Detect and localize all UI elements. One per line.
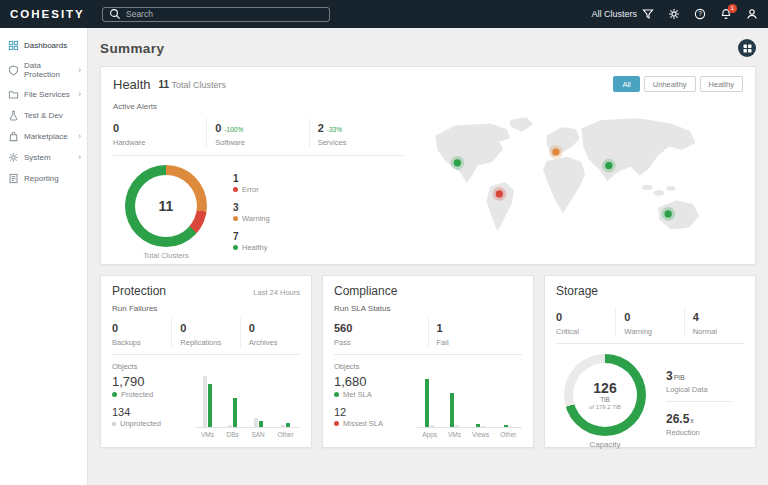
map-marker-australia[interactable] <box>661 207 675 221</box>
stat-fail: 1 Fail <box>437 318 523 347</box>
bar-group-vms: VMs <box>448 376 461 438</box>
health-filter-group: All Unhealthy Healthy <box>613 76 743 92</box>
capacity-gauge: 126 TiB of 179.2 TiB Capacity <box>564 354 646 449</box>
storage-title: Storage <box>556 284 598 298</box>
legend-healthy: 7 Healthy <box>233 231 270 252</box>
cluster-selector[interactable]: All Clusters <box>591 8 654 21</box>
capacity-unit: TiB <box>600 396 610 403</box>
unprotected-count: 134 <box>112 406 195 418</box>
sidebar-item-reporting[interactable]: Reporting <box>0 168 87 189</box>
protection-objects-summary: 1,790 Protected 134 Unprotected <box>112 374 195 438</box>
protection-bar-chart: VMs DBs SAN <box>195 374 300 438</box>
search-box[interactable] <box>102 7 330 22</box>
sidebar-item-dashboards[interactable]: Dashboards <box>0 35 87 56</box>
cohesity-logo: COHESITY <box>10 8 92 20</box>
filter-healthy-button[interactable]: Healthy <box>700 76 743 92</box>
map-marker-south-america[interactable] <box>492 187 506 201</box>
capacity-value: 126 <box>593 381 616 395</box>
chart-axis <box>195 427 300 428</box>
filter-unhealthy-button[interactable]: Unhealthy <box>644 76 696 92</box>
sidebar-item-label: File Services <box>24 90 70 99</box>
divider <box>666 401 732 402</box>
stat-replications: 0 Replications <box>180 318 240 347</box>
search-input[interactable] <box>126 9 323 19</box>
sidebar-item-label: Dashboards <box>24 41 67 50</box>
stat-warning: 0 Warning <box>624 307 684 336</box>
health-title: Health <box>113 77 151 92</box>
map-marker-asia[interactable] <box>602 159 616 173</box>
sidebar-item-system[interactable]: System › <box>0 147 87 168</box>
shield-icon <box>8 65 19 76</box>
map-marker-europe[interactable] <box>549 145 563 159</box>
protection-period: Last 24 Hours <box>253 288 300 297</box>
bar-group-vms: VMs <box>201 376 214 438</box>
compliance-title: Compliance <box>334 284 397 298</box>
unprotected-dot-icon <box>112 422 116 426</box>
shopping-bag-icon <box>8 131 19 142</box>
bar-group-views: Views <box>472 376 489 438</box>
active-alerts-label: Active Alerts <box>113 102 403 111</box>
chevron-right-icon: › <box>78 66 81 75</box>
sidebar-item-marketplace[interactable]: Marketplace › <box>0 126 87 147</box>
stat-normal: 4 Normal <box>693 307 744 336</box>
topbar: COHESITY All Clusters ? 1 <box>0 0 768 28</box>
protection-card: Protection Last 24 Hours Run Failures 0 … <box>100 275 312 448</box>
search-icon <box>109 8 121 21</box>
settings-gear-icon[interactable] <box>667 8 680 21</box>
sla-stats: 560 Pass 1 Fail <box>334 318 522 355</box>
dashboard-apps-button[interactable] <box>738 39 756 57</box>
sidebar-item-label: System <box>24 153 51 162</box>
flask-icon <box>8 110 19 121</box>
error-dot-icon <box>233 187 238 192</box>
gear-icon <box>8 152 19 163</box>
sidebar-item-label: Test & Dev <box>24 111 63 120</box>
active-alerts-stats: 0 Hardware 0-100% Software 2-33% Service… <box>113 118 403 156</box>
cluster-selector-label: All Clusters <box>591 9 637 19</box>
page-title: Summary <box>100 41 164 56</box>
capacity-of-total: of 179.2 TiB <box>589 404 621 410</box>
map-continents <box>435 117 699 231</box>
compliance-objects-summary: 1,680 Met SLA 12 Missed SLA <box>334 374 417 438</box>
sidebar-item-test-dev[interactable]: Test & Dev <box>0 105 87 126</box>
bar-group-other: Other <box>277 376 293 438</box>
stat-pass: 560 Pass <box>334 318 429 347</box>
report-document-icon <box>8 173 19 184</box>
run-sla-status-label: Run SLA Status <box>334 304 522 313</box>
logical-data-metric: 3PiB Logical Data <box>666 366 732 394</box>
chevron-right-icon: › <box>78 90 81 99</box>
chart-axis <box>417 427 522 428</box>
filter-all-button[interactable]: All <box>613 76 639 92</box>
notifications-bell-icon[interactable]: 1 <box>719 8 732 21</box>
capacity-caption: Capacity <box>564 440 646 449</box>
legend-warning: 3 Warning <box>233 202 270 223</box>
sidebar-item-file-services[interactable]: File Services › <box>0 84 87 105</box>
health-total-clusters: 11 Total Clusters <box>159 79 226 90</box>
filter-funnel-icon <box>641 8 654 21</box>
help-icon[interactable]: ? <box>693 8 706 21</box>
run-failures-label: Run Failures <box>112 304 300 313</box>
bar-group-apps: Apps <box>422 376 437 438</box>
health-card: Health 11 Total Clusters All Unhealthy H… <box>100 66 756 265</box>
world-map <box>419 98 743 256</box>
protected-dot-icon <box>112 392 117 397</box>
sidebar-item-label: Data Protection <box>24 61 73 79</box>
donut-center-value: 11 <box>135 175 197 237</box>
legend-error: 1 Error <box>233 173 270 194</box>
folder-icon <box>8 89 19 100</box>
main-content: Summary Health 11 Total Clusters All Unh… <box>88 28 768 485</box>
objects-label: Objects <box>334 362 522 371</box>
alert-stat-hardware: 0 Hardware <box>113 118 207 147</box>
missed-sla-dot-icon <box>334 421 339 426</box>
protected-count: 1,790 <box>112 374 195 389</box>
notification-badge: 1 <box>728 4 737 13</box>
met-sla-dot-icon <box>334 392 339 397</box>
bar-group-dbs: DBs <box>227 376 239 438</box>
sidebar-item-data-protection[interactable]: Data Protection › <box>0 56 87 84</box>
map-marker-north-america[interactable] <box>450 156 464 170</box>
storage-metrics: 3PiB Logical Data 26.5x Reduction <box>666 366 732 437</box>
reduction-metric: 26.5x Reduction <box>666 409 732 437</box>
run-failures-stats: 0 Backups 0 Replications 0 Archives <box>112 318 300 355</box>
user-account-icon[interactable] <box>745 8 758 21</box>
dashboards-grid-icon <box>8 40 19 51</box>
alert-stat-services: 2-33% Services <box>318 118 403 147</box>
